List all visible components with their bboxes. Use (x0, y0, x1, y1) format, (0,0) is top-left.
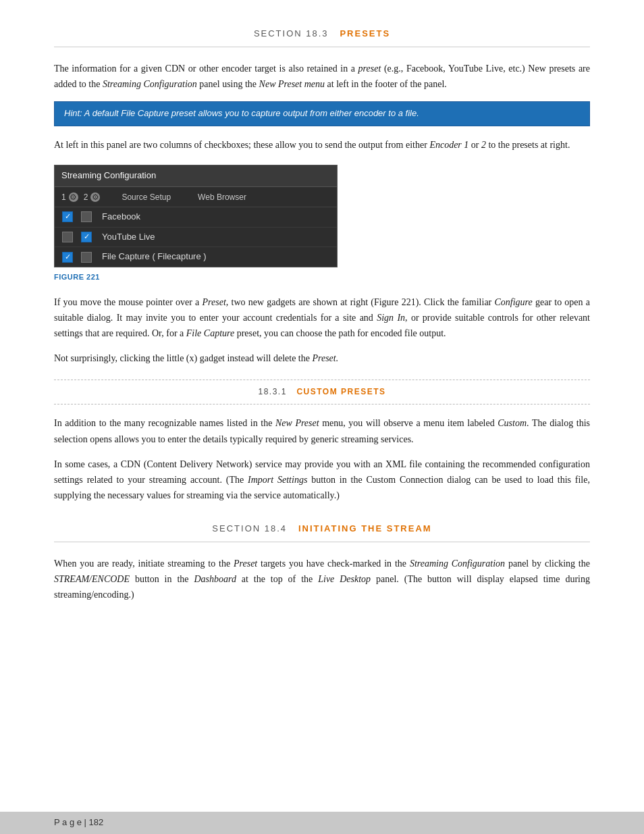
page: SECTION 18.3 PRESETS The information for… (0, 0, 644, 834)
col2-gear-icon: ⚙ (90, 192, 100, 202)
col1-header: 1 ⚙ (61, 191, 78, 204)
body-para-figure221: If you move the mouse pointer over a Pre… (54, 294, 590, 341)
initiate-stream-para: When you are ready, initiate streaming t… (54, 556, 590, 602)
source-setup-label: Source Setup (122, 191, 171, 204)
intro-para-2: At left in this panel are two columns of… (54, 137, 590, 153)
widget-panel: Streaming Configuration 1 ⚙ 2 ⚙ Source S… (54, 165, 338, 267)
preset-row-facebook: ✓ Facebook (55, 207, 337, 228)
hint-text: Hint: A default File Capture preset allo… (64, 108, 419, 118)
intro-para-1: The information for a given CDN or other… (54, 61, 590, 92)
filecapture-preset-name: File Capture ( Filecapture ) (99, 250, 330, 264)
streaming-config-widget: Streaming Configuration 1 ⚙ 2 ⚙ Source S… (54, 165, 338, 267)
facebook-col2-check[interactable] (80, 211, 92, 223)
section-label: SECTION 18.3 (254, 28, 329, 38)
custom-presets-para1: In addition to the many recognizable nam… (54, 415, 590, 446)
facebook-col2-checkbox[interactable] (81, 211, 92, 222)
web-browser-label: Web Browser (198, 191, 246, 204)
body-para-delete-preset: Not surprisingly, clicking the little (x… (54, 350, 590, 366)
figure-caption: FIGURE 221 (54, 271, 590, 284)
youtube-col1-check[interactable] (61, 231, 74, 243)
page-number: P a g e | 182 (54, 817, 103, 827)
col2-number: 2 (84, 191, 88, 204)
hint-box: Hint: A default File Capture preset allo… (54, 101, 590, 126)
widget-header-row: 1 ⚙ 2 ⚙ Source Setup Web Browser (55, 187, 337, 207)
section-18-4-title: INITIATING THE STREAM (298, 523, 432, 533)
col1-gear-icon: ⚙ (69, 192, 78, 202)
youtube-col2-check[interactable]: ✓ (80, 231, 92, 243)
section-18-4-heading: SECTION 18.4 INITIATING THE STREAM (54, 522, 590, 542)
col2-header: 2 ⚙ (84, 191, 101, 204)
youtube-col1-checkbox[interactable] (62, 232, 73, 242)
filecapture-col1-checkbox[interactable]: ✓ (62, 252, 73, 263)
section-title: PRESETS (340, 28, 390, 38)
filecapture-col2-checkbox[interactable] (81, 252, 92, 263)
subsection-number: 18.3.1 (258, 387, 286, 396)
filecapture-col2-check[interactable] (80, 251, 92, 263)
subsection-title: CUSTOM PRESETS (296, 387, 385, 396)
facebook-col1-check[interactable]: ✓ (61, 211, 74, 223)
filecapture-col1-check[interactable]: ✓ (61, 251, 74, 263)
preset-row-youtube: ✓ YouTube Live (55, 228, 337, 248)
col1-number: 1 (61, 191, 66, 204)
facebook-preset-name: Facebook (99, 210, 330, 224)
youtube-col2-checkbox[interactable]: ✓ (81, 232, 92, 242)
facebook-col1-checkbox[interactable]: ✓ (62, 211, 73, 222)
page-footer: P a g e | 182 (0, 812, 644, 834)
youtube-preset-name: YouTube Live (99, 230, 330, 244)
widget-title: Streaming Configuration (55, 165, 337, 187)
preset-row-filecapture: ✓ File Capture ( Filecapture ) (55, 247, 337, 267)
subsection-18-3-1-heading: 18.3.1 CUSTOM PRESETS (54, 380, 590, 405)
section-18-4-label: SECTION 18.4 (212, 523, 287, 533)
section-18-3-heading: SECTION 18.3 PRESETS (54, 27, 590, 47)
custom-presets-para2: In some cases, a CDN (Content Delivery N… (54, 457, 590, 503)
